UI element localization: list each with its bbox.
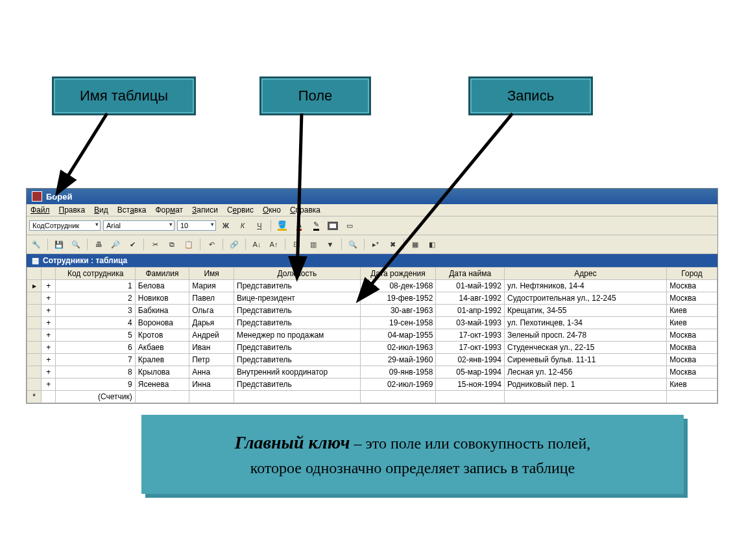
table-row[interactable]: +9ЯсеневаИннаПредставитель02-июл-196915-… (27, 379, 717, 391)
preview-button[interactable]: 🔎 (108, 237, 123, 251)
menu-view[interactable]: Вид (94, 205, 108, 215)
cell-id[interactable]: 4 (56, 317, 135, 329)
row-selector-header[interactable] (27, 268, 42, 280)
menu-records[interactable]: Записи (192, 205, 218, 215)
cell-hire[interactable]: 05-мар-1994 (436, 366, 505, 379)
cell-hire[interactable]: 17-окт-1993 (436, 342, 505, 354)
cell-lastname[interactable]: Белова (135, 280, 189, 292)
col-birth[interactable]: Дата рождения (360, 268, 436, 280)
cell-birth[interactable]: 04-мар-1955 (360, 329, 436, 342)
special-effect-button[interactable]: ▭ (343, 218, 357, 233)
cell-birth[interactable]: 30-авг-1963 (360, 305, 436, 317)
cell-firstname[interactable]: Ольга (189, 305, 234, 317)
cell-lastname[interactable]: Крылова (135, 366, 189, 379)
row-selector[interactable] (27, 366, 42, 379)
filter-form-button[interactable]: ▥ (306, 237, 320, 251)
cell-city[interactable]: Москва (667, 354, 717, 366)
cell-hire[interactable]: 15-ноя-1994 (436, 379, 505, 391)
row-selector[interactable] (27, 354, 42, 366)
row-selector[interactable] (27, 342, 42, 354)
gridlines-button[interactable] (326, 218, 340, 233)
cell-hire[interactable]: 01-апр-1992 (436, 305, 505, 317)
cell-id[interactable]: 7 (56, 354, 135, 366)
cell-lastname[interactable]: Бабкина (135, 305, 189, 317)
cell-city[interactable]: Москва (667, 366, 717, 379)
table-row[interactable]: +5КротовАндрейМенеджер по продажам04-мар… (27, 329, 717, 342)
col-id[interactable]: Код сотрудника (56, 268, 135, 280)
expand-button[interactable]: + (42, 305, 56, 317)
cell-lastname[interactable]: Кротов (135, 329, 189, 342)
cell-city[interactable]: Москва (667, 280, 717, 292)
cell-birth[interactable]: 29-май-1960 (360, 354, 436, 366)
filter-selection-button[interactable]: ⮹ (289, 237, 304, 251)
cell-birth[interactable]: 09-янв-1958 (360, 366, 436, 379)
menu-help[interactable]: Справка (290, 205, 320, 215)
expand-button[interactable] (42, 391, 56, 403)
cell-lastname[interactable]: Ясенева (135, 379, 189, 391)
sort-desc-button[interactable]: A↑ (267, 237, 281, 251)
expand-button[interactable]: + (42, 329, 56, 342)
cell-birth[interactable]: 02-июл-1969 (360, 379, 436, 391)
hyperlink-button[interactable]: 🔗 (227, 237, 241, 251)
sort-asc-button[interactable]: A↓ (250, 237, 264, 251)
new-record-button[interactable]: ▸* (368, 237, 383, 251)
font-color-button[interactable]: A (292, 218, 306, 233)
cell-id[interactable]: 6 (56, 342, 135, 354)
cell-address[interactable]: ул. Пехотинцев, 1-34 (504, 317, 666, 329)
copy-button[interactable]: ⧉ (165, 237, 179, 251)
cell-position[interactable]: Представитель (234, 317, 361, 329)
find-button[interactable]: 🔍 (346, 237, 360, 251)
menu-insert[interactable]: Вставка (117, 205, 147, 215)
cell-position[interactable]: Вице-президент (234, 292, 361, 305)
delete-record-button[interactable]: ✖ (385, 237, 400, 251)
cell-city[interactable]: Киев (667, 379, 717, 391)
cell-position[interactable]: Представитель (234, 305, 361, 317)
cell-id[interactable]: 2 (56, 292, 135, 305)
cell-address[interactable]: ул. Нефтяников, 14-4 (504, 280, 666, 292)
cell-firstname[interactable]: Иван (189, 342, 234, 354)
cell-position[interactable]: Представитель (234, 354, 361, 366)
expand-header[interactable] (42, 268, 56, 280)
expand-button[interactable]: + (42, 366, 56, 379)
fill-color-button[interactable]: 🪣 (275, 218, 289, 233)
cell-position[interactable]: Представитель (234, 379, 361, 391)
col-hire[interactable]: Дата найма (436, 268, 505, 280)
db-window-button[interactable]: ▦ (408, 237, 422, 251)
col-lastname[interactable]: Фамилия (135, 268, 189, 280)
cell-firstname[interactable]: Дарья (189, 317, 234, 329)
table-row[interactable]: ▸+1БеловаМарияПредставитель08-дек-196801… (27, 280, 717, 292)
menu-window[interactable]: Окно (263, 205, 281, 215)
cell-firstname[interactable]: Павел (189, 292, 234, 305)
field-combo[interactable]: КодСотрудник (29, 220, 101, 231)
table-row[interactable]: +7КралевПетрПредставитель29-май-196002-я… (27, 354, 717, 366)
col-address[interactable]: Адрес (504, 268, 666, 280)
row-selector[interactable] (27, 292, 42, 305)
row-selector[interactable] (27, 329, 42, 342)
print-button[interactable]: 🖶 (91, 237, 106, 251)
row-selector[interactable]: ▸ (27, 280, 42, 292)
undo-button[interactable]: ↶ (204, 237, 219, 251)
cell-hire[interactable]: 01-май-1992 (436, 280, 505, 292)
cell-position[interactable]: Менеджер по продажам (234, 329, 361, 342)
cell-lastname[interactable]: Воронова (135, 317, 189, 329)
cell-firstname[interactable]: Мария (189, 280, 234, 292)
expand-button[interactable]: + (42, 354, 56, 366)
save-button[interactable]: 💾 (52, 237, 66, 251)
line-color-button[interactable]: ✎ (309, 218, 323, 233)
row-selector[interactable]: * (27, 391, 42, 403)
spelling-button[interactable]: ✔ (125, 237, 139, 251)
cell-address[interactable]: Лесная ул. 12-456 (504, 366, 666, 379)
apply-filter-button[interactable]: ▼ (323, 237, 337, 251)
row-selector[interactable] (27, 317, 42, 329)
paste-button[interactable]: 📋 (182, 237, 196, 251)
cell-city[interactable]: Киев (667, 305, 717, 317)
table-row[interactable]: +3БабкинаОльгаПредставитель30-авг-196301… (27, 305, 717, 317)
cell-id[interactable]: 1 (56, 280, 135, 292)
cell-birth[interactable]: 02-июл-1963 (360, 342, 436, 354)
size-combo[interactable]: 10 (177, 220, 216, 231)
cell-lastname[interactable]: Новиков (135, 292, 189, 305)
cell-hire[interactable]: 14-авг-1992 (436, 292, 505, 305)
expand-button[interactable]: + (42, 342, 56, 354)
expand-button[interactable]: + (42, 280, 56, 292)
cell-id[interactable]: 9 (56, 379, 135, 391)
